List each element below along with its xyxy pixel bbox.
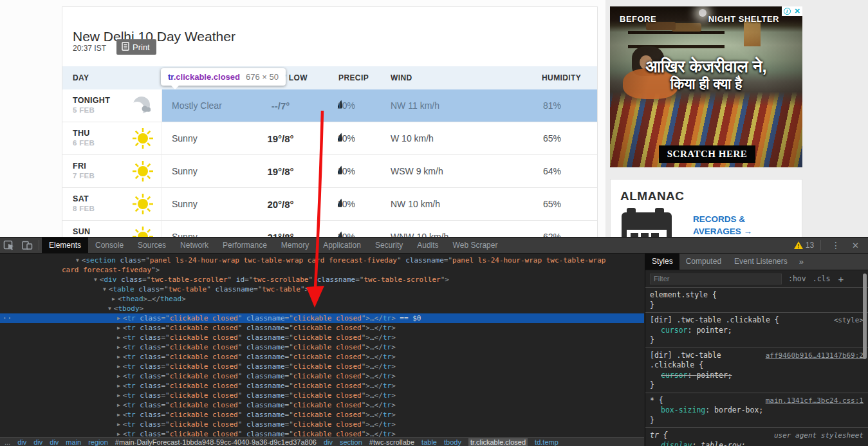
code-token: classname: [317, 275, 356, 284]
devtools-tab-elements[interactable]: Elements: [42, 237, 88, 253]
code-token: >: [391, 411, 396, 419]
breadcrumb-item[interactable]: table: [421, 438, 437, 446]
breadcrumb-item[interactable]: td.temp: [535, 438, 559, 446]
style-rule[interactable]: element.style {}: [645, 288, 868, 313]
code-token: =": [161, 420, 169, 429]
dom-tree-node[interactable]: ▼<table class="twc-table" classname="twc…: [0, 284, 644, 294]
breadcrumb-item[interactable]: main: [66, 438, 81, 446]
toggle-element-state-button[interactable]: :hov: [788, 274, 806, 283]
warnings-button[interactable]: 13: [794, 241, 814, 250]
style-rule[interactable]: aff9460b916…413147b69:2[dir] .twc-table.…: [645, 348, 868, 393]
devtools-tab-memory[interactable]: Memory: [274, 237, 316, 253]
forecast-row-values[interactable]: Sunny20°/8°10%NW 10 km/h65%: [162, 188, 597, 220]
dom-tree-node-tr[interactable]: ▶<tr class="clickable closed" classname=…: [0, 323, 644, 333]
dom-tree-node-tr[interactable]: ▶<tr class="clickable closed" classname=…: [0, 333, 644, 342]
css-colon: :: [688, 326, 697, 335]
code-token: =": [161, 362, 169, 371]
dom-tree-node[interactable]: ▼<section class="panel ls-24-hour-wrap t…: [0, 256, 644, 265]
code-token: tr: [383, 333, 391, 342]
breadcrumb-item[interactable]: #twc-scrollabe: [369, 438, 414, 446]
sidebar-tab-event-listeners[interactable]: Event Listeners: [728, 254, 794, 270]
dom-tree-node-tr[interactable]: ▶<tr class="clickable closed" classname=…: [0, 400, 644, 410]
devtools-tab-network[interactable]: Network: [173, 237, 216, 253]
code-token: ": [238, 343, 246, 351]
code-token: ▶: [117, 315, 123, 321]
dom-tree-node-tr[interactable]: ▶<tr class="clickable closed" classname=…: [0, 381, 644, 391]
breadcrumb-item[interactable]: ...: [5, 438, 10, 446]
code-token: clickable closed: [170, 324, 238, 332]
ad-info-icon[interactable]: i: [782, 6, 792, 16]
forecast-row[interactable]: SAT8 FEBSunny20°/8°10%NW 10 km/h65%: [62, 188, 597, 221]
breadcrumb-item[interactable]: div: [324, 438, 333, 446]
devtools-menu-icon[interactable]: ⋮: [827, 240, 844, 250]
breadcrumb-item[interactable]: region: [88, 438, 108, 446]
devtools-tab-performance[interactable]: Performance: [216, 237, 274, 253]
dom-tree-node-tr[interactable]: ▶<tr class="clickable closed" classname=…: [0, 420, 644, 429]
style-rule[interactable]: <style>[dir] .twc-table .clickable {curs…: [645, 313, 868, 348]
code-token: ": [238, 333, 246, 342]
devtools-close-icon[interactable]: ✕: [848, 241, 863, 250]
breadcrumb-item[interactable]: section: [340, 438, 362, 446]
dom-tree-node-tr[interactable]: ▶<tr class="clickable closed" classname=…: [0, 313, 644, 323]
style-rule[interactable]: main.1341cf…3bc24.css:1* {box-sizing: bo…: [645, 393, 868, 429]
records-averages-link[interactable]: RECORDS & AVERAGES →: [693, 213, 752, 237]
code-token: classname: [246, 411, 285, 419]
devtools-tab-console[interactable]: Console: [88, 237, 131, 253]
dom-tree-node-tr[interactable]: ▶<tr class="clickable closed" classname=…: [0, 362, 644, 371]
sidebar-tab-computed[interactable]: Computed: [679, 254, 728, 270]
code-token: ">: [300, 285, 309, 293]
dom-tree-node-tr[interactable]: ▶<tr class="clickable closed" classname=…: [0, 352, 644, 362]
breadcrumb-item[interactable]: tr.clickable.closed: [468, 438, 528, 446]
breadcrumb-item[interactable]: div: [33, 438, 42, 446]
style-rule[interactable]: user agent stylesheettr {display: table-…: [645, 428, 868, 446]
dom-tree-node-tr[interactable]: ▶<tr class="clickable closed" classname=…: [0, 391, 644, 400]
forecast-row-values[interactable]: Sunny19°/8°10%W 10 km/h65%: [162, 122, 597, 154]
css-property[interactable]: box-sizing: border-box;: [650, 405, 863, 416]
breadcrumb-item[interactable]: div: [17, 438, 26, 446]
sidebar-tabs-overflow-icon[interactable]: »: [794, 257, 809, 266]
rule-origin[interactable]: aff9460b916…413147b69:2: [766, 351, 863, 361]
forecast-row-values[interactable]: Sunny19°/8°10%WSW 9 km/h64%: [162, 155, 597, 187]
devtools-tab-sources[interactable]: Sources: [131, 237, 173, 253]
code-token: [116, 275, 121, 284]
code-token: =": [285, 362, 293, 371]
code-token: =": [285, 353, 293, 361]
rule-origin[interactable]: user agent stylesheet: [774, 431, 863, 441]
ad-scratch-here-button[interactable]: SCRATCH HERE: [659, 145, 755, 163]
devtools-tab-audits[interactable]: Audits: [410, 237, 445, 253]
ad-close-icon[interactable]: ✕: [792, 6, 802, 16]
dom-tree-node-tr[interactable]: ▶<tr class="clickable closed" classname=…: [0, 410, 644, 420]
forecast-row-values[interactable]: Mostly Clear--/7°10%NW 11 km/h81%: [162, 89, 597, 122]
devtools-tab-security[interactable]: Security: [368, 237, 410, 253]
code-token: ">…</: [362, 362, 383, 371]
rule-origin[interactable]: main.1341cf…3bc24.css:1: [766, 396, 863, 406]
breadcrumb-item[interactable]: #main-DailyForecast-1bbda948-59cc-4040-9…: [115, 438, 317, 446]
css-property[interactable]: cursor: pointer;: [650, 371, 863, 381]
ad-banner[interactable]: BEFORE NIGHT SHELTER आखिर केजरीवाल ने, क…: [610, 6, 802, 167]
dom-tree-node[interactable]: card forecast-fiveday">: [0, 265, 644, 275]
breadcrumb-item[interactable]: div: [50, 438, 59, 446]
rule-origin[interactable]: <style>: [834, 315, 863, 326]
forecast-row[interactable]: THU6 FEBSunny19°/8°10%W 10 km/h65%: [62, 122, 597, 155]
css-property[interactable]: cursor: pointer;: [650, 326, 863, 336]
sidebar-tab-styles[interactable]: Styles: [645, 254, 679, 270]
forecast-row[interactable]: FRI7 FEBSunny19°/8°10%WSW 9 km/h64%: [62, 155, 597, 188]
dom-tree-node[interactable]: ▼<div class="twc-table-scroller" id="twc…: [0, 275, 644, 284]
forecast-row[interactable]: TONIGHT5 FEBMostly Clear--/7°10%NW 11 km…: [62, 89, 597, 122]
dom-tree-node[interactable]: ▶<thead>…</thead>: [0, 294, 644, 304]
dom-tree-node[interactable]: ▼<tbody>: [0, 304, 644, 313]
devtools-tab-web-scraper[interactable]: Web Scraper: [446, 237, 505, 253]
print-button[interactable]: Print: [116, 39, 156, 55]
dom-tree-node-tr[interactable]: ▶<tr class="clickable closed" classname=…: [0, 371, 644, 381]
element-classes-button[interactable]: .cls: [813, 274, 831, 283]
styles-filter-input[interactable]: [650, 274, 782, 284]
styles-scrollbar-thumb[interactable]: [863, 274, 867, 359]
devtools-tab-application[interactable]: Application: [316, 237, 368, 253]
breadcrumb-item[interactable]: tbody: [444, 438, 461, 446]
device-toolbar-icon[interactable]: [18, 237, 36, 253]
dom-tree-node-tr[interactable]: ▶<tr class="clickable closed" classname=…: [0, 342, 644, 352]
code-token: twc-table: [262, 285, 300, 293]
inspect-element-icon[interactable]: [0, 237, 18, 253]
new-style-rule-button[interactable]: +: [838, 274, 844, 284]
css-property[interactable]: display: table-row;: [650, 441, 863, 446]
